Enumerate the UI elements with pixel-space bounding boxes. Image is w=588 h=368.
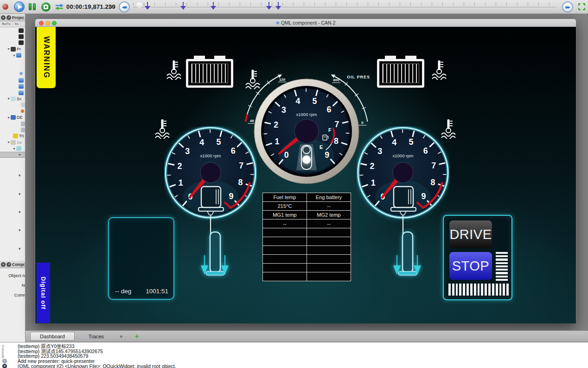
expander-icon[interactable]: ▾ [6, 140, 11, 144]
fast-forward-button[interactable]: ▶▶ [562, 1, 573, 13]
digital-off-indicator: Digital off [37, 263, 50, 323]
collapsed-branch-icon[interactable]: ▾ [19, 246, 21, 251]
tree-item[interactable] [0, 33, 25, 39]
tree-item[interactable]: ▾DE [0, 114, 25, 120]
collapsed-branch-icon[interactable]: ▾ [19, 192, 21, 196]
rewind-button[interactable]: ◀◀ [119, 1, 130, 13]
tree-item[interactable]: ▾ [0, 52, 25, 58]
expander-icon[interactable]: ▾ [6, 116, 11, 120]
tree-item[interactable]: ❄ [0, 71, 25, 77]
drive-button[interactable]: DRIVE [449, 220, 492, 248]
tab-traces[interactable]: Traces [79, 332, 113, 341]
collapsed-branch-icon[interactable]: ▾ [19, 228, 21, 232]
level-bar [496, 272, 508, 274]
level-bar [503, 284, 505, 296]
tree-item[interactable] [0, 121, 25, 127]
pause-button[interactable] [29, 3, 36, 10]
stop-button[interactable] [41, 2, 51, 12]
svg-text:7: 7 [431, 161, 436, 170]
panel-blue-icon [16, 53, 21, 58]
tab-rxtx[interactable]: Rx/Tx [0, 21, 13, 27]
close-traffic-light[interactable] [39, 21, 44, 26]
level-bar [481, 284, 483, 296]
close-icon[interactable]: × [1, 15, 6, 20]
loop-icon [54, 2, 65, 12]
table-row [263, 237, 351, 246]
tree-item-label: Pr [17, 47, 21, 52]
tree-item[interactable] [0, 58, 25, 65]
tab-dashboard[interactable]: Dashboard [30, 332, 75, 341]
tree-item[interactable] [0, 102, 25, 108]
expander-icon[interactable]: ▾ [6, 97, 11, 101]
level-bar [496, 284, 498, 296]
tree-item[interactable] [0, 77, 25, 83]
expander-icon[interactable]: ▾ [12, 147, 16, 151]
svg-text:x1000 rpm: x1000 rpm [200, 153, 221, 158]
add-tab-icon[interactable]: + [134, 332, 139, 341]
dot-orange-icon [21, 110, 24, 113]
fullscreen-button[interactable] [578, 3, 586, 13]
timeline-marker-pin[interactable] [275, 2, 281, 10]
collapsed-branch-icon[interactable]: ▾ [19, 210, 21, 214]
level-bar [496, 258, 508, 260]
tree-item[interactable]: ▾Pr [0, 46, 25, 52]
timeline-ticks [133, 3, 556, 6]
expander-icon[interactable]: ▾ [12, 53, 16, 58]
table-row: MG1 tempMG2 temp [263, 211, 351, 220]
property-field-label: Name [0, 283, 26, 288]
error-icon: × [2, 364, 7, 368]
tree-item[interactable]: ▾ [0, 145, 25, 151]
tree-item[interactable] [0, 84, 25, 90]
record-button[interactable] [2, 4, 8, 10]
timeline-marker-pin[interactable] [211, 2, 216, 10]
close-icon[interactable]: × [1, 262, 6, 267]
level-bar [496, 255, 508, 257]
loop-button[interactable] [54, 2, 65, 13]
tree-item[interactable]: Tri [0, 133, 25, 139]
device-icon [19, 40, 24, 45]
svg-text:7: 7 [335, 120, 339, 129]
tree-item[interactable]: ▾Se [0, 139, 25, 145]
level-bar [467, 284, 469, 296]
zoom-traffic-light[interactable] [52, 21, 57, 26]
tree-item-label: Sc [17, 97, 22, 101]
tree-item[interactable] [0, 40, 25, 46]
level-bar [496, 265, 508, 267]
window-titlebar[interactable]: ❄QML component - CAN 2 [35, 19, 576, 27]
timeline-marker-pin[interactable] [180, 2, 186, 10]
counter-readout: 1001:51 [146, 288, 168, 295]
expander-icon[interactable]: ▾ [18, 153, 22, 157]
tree-item-label: Tri [19, 134, 24, 138]
table-cell [263, 237, 307, 246]
expander-icon[interactable]: ▾ [6, 47, 11, 51]
table-cell: MG2 temp [307, 211, 351, 220]
tree-item[interactable] [0, 27, 25, 33]
timeline-marker-pin[interactable] [145, 2, 150, 10]
detach-icon[interactable]: ↗ [6, 262, 11, 267]
detach-icon[interactable]: ↗ [6, 15, 11, 20]
collapsed-branch-icon[interactable]: ▾ [19, 173, 21, 178]
level-bar [448, 284, 451, 296]
project-panel-title: Project ... [12, 15, 24, 20]
tree-item[interactable]: ▾ [0, 152, 25, 158]
pause-icon [29, 3, 32, 10]
timeline-marker-pin[interactable] [266, 2, 272, 10]
tree-item[interactable] [0, 65, 25, 71]
tree-item[interactable]: ▾Sc [0, 96, 25, 102]
minimize-traffic-light[interactable] [45, 21, 50, 26]
tab-xn[interactable]: Xn [13, 21, 21, 27]
svg-text:3: 3 [281, 105, 286, 115]
play-button[interactable] [14, 1, 25, 12]
timeline-slider[interactable] [133, 0, 556, 14]
tree-item[interactable] [0, 108, 25, 114]
timeline-thumb[interactable] [136, 3, 142, 9]
tree-item[interactable] [0, 127, 25, 133]
tree-item[interactable] [0, 90, 25, 96]
tab-close-icon[interactable]: × [120, 334, 122, 339]
svg-text:3: 3 [185, 147, 190, 156]
stop-button[interactable]: STOP [449, 252, 492, 280]
table-cell [307, 237, 351, 246]
play-icon [18, 5, 22, 9]
table-cell [263, 228, 307, 237]
db-blue-icon [11, 115, 16, 120]
